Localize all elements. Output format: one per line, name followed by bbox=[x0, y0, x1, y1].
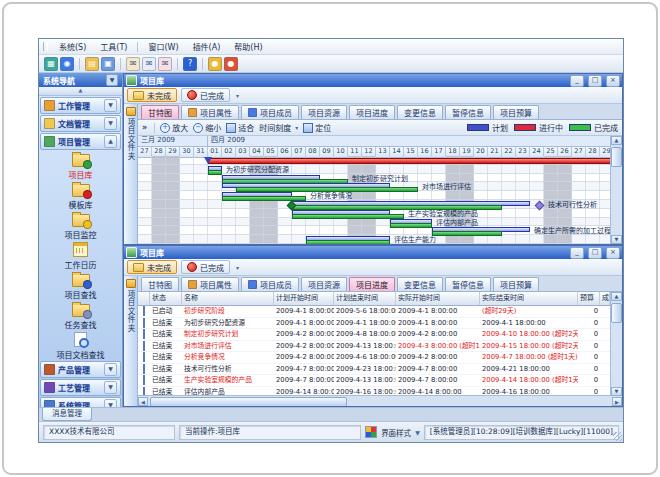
menu-plugins[interactable]: 插件(A) bbox=[186, 40, 228, 53]
progress-tab-changes[interactable]: 变更信息 bbox=[397, 277, 443, 291]
overflow-chevron[interactable]: » bbox=[142, 123, 147, 132]
scroll-right-icon[interactable]: ▶ bbox=[612, 397, 622, 406]
chevron-down-icon[interactable]: ▾ bbox=[236, 264, 239, 271]
gantt-tab-progress[interactable]: 项目进度 bbox=[349, 105, 395, 119]
table-row[interactable]: 已结束对市场进行评估2009-4-2 8:00:002009-4-13 18:0… bbox=[138, 341, 611, 353]
column-header-3[interactable]: 计划开始时间 bbox=[274, 292, 334, 305]
table-row[interactable]: 已结束生产实验室规模的产品2009-4-7 8:00:002009-4-13 1… bbox=[138, 375, 611, 387]
chevron-down-icon[interactable]: ▾ bbox=[236, 92, 239, 99]
filter-unfinished-button[interactable]: 未完成 bbox=[127, 260, 177, 274]
chevron-down-icon[interactable]: ▼ bbox=[104, 381, 117, 394]
column-header-1[interactable]: 状态 bbox=[150, 292, 182, 305]
progress-tab-progress[interactable]: 项目进度 bbox=[349, 277, 395, 291]
sidebar-collapse-strip[interactable]: ▲ bbox=[39, 87, 122, 96]
table-row[interactable]: 已结束评估内部产品2009-4-14 8:00:002009-4-16 18:0… bbox=[138, 387, 611, 396]
sidebar-item-project-monitor[interactable]: 项目监控 bbox=[39, 210, 122, 240]
progress-tab-pauses[interactable]: 暂停信息 bbox=[445, 277, 491, 291]
mail-send-icon[interactable]: ✉ bbox=[126, 57, 140, 71]
column-header-0[interactable] bbox=[138, 292, 150, 305]
scroll-left-icon[interactable]: ◀ bbox=[138, 397, 148, 406]
filter-unfinished-button[interactable]: 未完成 bbox=[127, 88, 177, 102]
scrollbar-thumb[interactable] bbox=[611, 303, 622, 323]
progress-tab-members[interactable]: 项目成员 bbox=[241, 277, 299, 291]
resize-grip[interactable] bbox=[613, 432, 622, 441]
sidebar-group-product-mgmt[interactable]: 产品管理▼ bbox=[40, 361, 121, 378]
menu-help[interactable]: 帮助(H) bbox=[227, 40, 269, 53]
table-vertical-scrollbar[interactable]: ▲ ▼ bbox=[610, 292, 622, 396]
column-header-2[interactable]: 名称 bbox=[182, 292, 274, 305]
close-button[interactable]: × bbox=[606, 247, 620, 259]
gantt-vertical-scrollbar[interactable]: ▲ ▼ bbox=[610, 136, 622, 244]
sidebar-item-task-search[interactable]: 任务查找 bbox=[39, 300, 122, 330]
sidebar-group-process-mgmt[interactable]: 工艺管理▼ bbox=[40, 379, 121, 396]
scroll-up-icon[interactable]: ▲ bbox=[611, 136, 622, 145]
column-header-5[interactable]: 实际开始时间 bbox=[396, 292, 480, 305]
gantt-tab-budget[interactable]: 项目预算 bbox=[493, 105, 539, 119]
scroll-up-icon[interactable]: ▲ bbox=[611, 292, 622, 301]
column-header-7[interactable]: 预算 bbox=[578, 292, 600, 305]
scrollbar-thumb[interactable] bbox=[150, 397, 347, 407]
actual-bar[interactable] bbox=[208, 170, 222, 175]
gantt-tab-pauses[interactable]: 暂停信息 bbox=[445, 105, 491, 119]
computer-icon[interactable]: ▦ bbox=[44, 57, 58, 71]
sidebar-item-project-library[interactable]: 项目库 bbox=[39, 150, 122, 180]
sidebar-item-work-calendar[interactable]: 工作日历 bbox=[39, 240, 122, 270]
menubar-grip[interactable] bbox=[43, 42, 48, 51]
table-horizontal-scrollbar[interactable]: ◀ ▶ bbox=[138, 395, 622, 406]
progress-tab-budget[interactable]: 项目预算 bbox=[493, 277, 539, 291]
table-row[interactable]: 已启动初步研究阶段2009-4-1 8:00:002009-5-6 18:00:… bbox=[138, 306, 611, 318]
folder-side-tab[interactable]: 项目文件夹 bbox=[124, 276, 138, 406]
sidebar-item-project-doc-search[interactable]: 项目文档查找 bbox=[39, 330, 122, 360]
chevron-down-icon[interactable]: ▼ bbox=[415, 429, 420, 436]
column-header-6[interactable]: 实际结束时间 bbox=[480, 292, 578, 305]
tool-zoom-out-button[interactable]: −缩小 bbox=[193, 122, 221, 133]
tool-locate-button[interactable]: 定位 bbox=[303, 122, 331, 133]
pin-icon[interactable]: ▼ bbox=[106, 74, 118, 86]
table-row[interactable]: 已结束技术可行性分析2009-4-7 8:00:002009-4-23 18:0… bbox=[138, 364, 611, 376]
sidebar-group-work-mgmt[interactable]: 工作管理▼ bbox=[40, 97, 121, 114]
sidebar-group-project-mgmt[interactable]: 项目管理▲ bbox=[40, 133, 121, 150]
globe-icon[interactable]: ◉ bbox=[60, 57, 74, 71]
sidebar-group-system-mgmt[interactable]: 系统管理▼ bbox=[40, 397, 121, 407]
gantt-tab-members[interactable]: 项目成员 bbox=[241, 105, 299, 119]
maximize-button[interactable]: □ bbox=[588, 247, 602, 259]
exit-icon[interactable]: ● bbox=[224, 57, 238, 71]
interface-style-icon[interactable] bbox=[365, 426, 377, 438]
column-header-4[interactable]: 计划结束时间 bbox=[334, 292, 396, 305]
folder-window-icon[interactable]: ▣ bbox=[101, 57, 115, 71]
menu-tools[interactable]: 工具(T) bbox=[93, 40, 134, 53]
sidebar-group-doc-mgmt[interactable]: 文档管理▼ bbox=[40, 115, 121, 132]
menu-system[interactable]: 系统(S) bbox=[52, 40, 93, 53]
chevron-down-icon[interactable]: ▼ bbox=[104, 117, 117, 130]
gantt-tab-changes[interactable]: 变更信息 bbox=[397, 105, 443, 119]
lock-icon[interactable]: ● bbox=[208, 57, 222, 71]
filter-finished-button[interactable]: 已完成 bbox=[181, 260, 230, 274]
filter-finished-button[interactable]: 已完成 bbox=[181, 88, 230, 102]
table-row[interactable]: 已结束为初步研究分配资源2009-4-1 8:00:002009-4-1 18:… bbox=[138, 318, 611, 330]
actual-bar[interactable] bbox=[306, 240, 390, 244]
minimize-button[interactable]: _ bbox=[570, 75, 584, 87]
maximize-button[interactable]: □ bbox=[588, 75, 602, 87]
actual-bar[interactable] bbox=[390, 223, 432, 228]
gantt-tab-gantt[interactable]: 甘特图 bbox=[141, 105, 179, 119]
tool-timescale-button[interactable]: 时间刻度▾ bbox=[259, 122, 298, 133]
minimize-button[interactable]: _ bbox=[570, 247, 584, 259]
column-header-8[interactable]: 成 bbox=[600, 292, 610, 305]
summary-bar[interactable] bbox=[208, 158, 611, 164]
tool-fit-button[interactable]: 适合 bbox=[226, 122, 254, 133]
gantt-tab-resources[interactable]: 项目资源 bbox=[301, 105, 347, 119]
mail-open-icon[interactable]: ✉ bbox=[142, 57, 156, 71]
scrollbar-thumb[interactable] bbox=[611, 147, 622, 167]
message-management-tab[interactable]: 消息管理 bbox=[42, 408, 92, 421]
chevron-down-icon[interactable]: ▼ bbox=[104, 399, 117, 407]
actual-bar[interactable] bbox=[432, 231, 502, 236]
close-button[interactable]: × bbox=[606, 75, 620, 87]
chevron-down-icon[interactable]: ▼ bbox=[104, 363, 117, 376]
chevron-up-icon[interactable]: ▲ bbox=[104, 135, 117, 148]
mail-new-icon[interactable]: ✉ bbox=[158, 57, 172, 71]
tool-zoom-in-button[interactable]: +放大 bbox=[160, 122, 188, 133]
actual-bar[interactable] bbox=[292, 214, 404, 219]
help-icon[interactable]: ? bbox=[183, 57, 197, 71]
sidebar-item-project-search[interactable]: 项目查找 bbox=[39, 270, 122, 300]
table-row[interactable]: 已结束分析竞争情况2009-4-2 8:00:002009-4-6 18:00:… bbox=[138, 352, 611, 364]
